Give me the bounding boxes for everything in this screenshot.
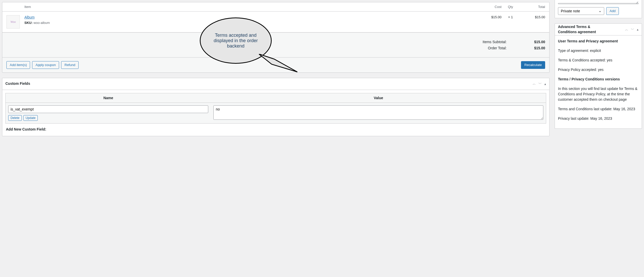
col-cost: Cost: [478, 5, 501, 9]
cf-name-input[interactable]: [8, 105, 208, 113]
product-link[interactable]: Album: [24, 15, 35, 19]
order-items-head: Item Cost Qty Total: [2, 2, 549, 12]
versions-desc: In this section you will find last updat…: [558, 86, 639, 102]
sku-label: SKU:: [24, 21, 33, 25]
item-total: $15.00: [519, 15, 545, 19]
cf-delete-button[interactable]: Delete: [8, 115, 22, 121]
item-cost: $15.00: [478, 15, 501, 19]
cf-col-name: Name: [6, 93, 211, 103]
sku-value: woo-album: [33, 21, 50, 25]
tc-accepted-value: yes: [607, 58, 612, 62]
subtotal-label: Items Subtotal:: [483, 40, 507, 44]
svg-marker-0: [259, 54, 297, 72]
terms-panel-title: Advanced Terms & Conditions agreement: [558, 24, 609, 34]
apply-coupon-button[interactable]: Apply coupon: [32, 61, 59, 69]
pp-update-value: May 16, 2023: [590, 116, 612, 121]
tc-accepted-label: Terms & Conditions accepted:: [558, 58, 607, 62]
ordertotal-value: $15.00: [522, 46, 545, 50]
add-custom-field-heading: Add New Custom Field:: [5, 124, 546, 133]
toggle-icon[interactable]: ▴: [637, 27, 639, 31]
product-thumb[interactable]: Woo: [6, 15, 20, 29]
note-textarea[interactable]: [558, 3, 639, 4]
col-item: Item: [24, 5, 478, 9]
annotation-tail: [259, 54, 300, 75]
custom-fields-table: Name Value Delete Update: [5, 93, 546, 124]
cf-col-value: Value: [211, 93, 546, 103]
ordertotal-label: Order Total:: [488, 46, 507, 50]
terms-heading: User Terms and Privacy agreement: [558, 39, 618, 43]
col-total: Total: [519, 5, 545, 9]
cf-row: Delete Update: [6, 103, 546, 123]
cf-update-button[interactable]: Update: [23, 115, 38, 121]
move-up-icon[interactable]: ︿: [625, 27, 628, 32]
move-down-icon[interactable]: ﹀: [538, 81, 542, 86]
recalculate-button[interactable]: Recalculate: [521, 61, 545, 69]
add-item-button[interactable]: Add item(s): [6, 61, 30, 69]
item-qty: × 1: [501, 15, 519, 19]
add-note-button[interactable]: Add: [606, 7, 619, 15]
cf-value-textarea[interactable]: [213, 105, 543, 120]
col-qty: Qty: [501, 5, 519, 9]
agreement-type-label: Type of agreement:: [558, 49, 590, 53]
tc-update-label: Terms and Conditions last update:: [558, 107, 613, 111]
order-totals: Items Subtotal: $15.00 Order Total: $15.…: [2, 32, 549, 57]
pp-update-label: Privacy last update:: [558, 116, 590, 121]
order-notes-panel: Private note Add: [555, 0, 642, 18]
agreement-type-value: explicit: [590, 49, 601, 53]
move-down-icon[interactable]: ﹀: [631, 27, 634, 32]
product-thumb-image: Woo: [6, 15, 20, 29]
custom-fields-panel: Custom Fields ︿ ﹀ ▴ Name Value: [2, 78, 550, 136]
order-item-row: Woo Album SKU: woo-album $15.00 × 1 $15.…: [2, 12, 549, 32]
pp-accepted-label: Privacy Policy accepted:: [558, 68, 598, 72]
subtotal-value: $15.00: [522, 40, 545, 44]
versions-heading: Terms / Privacy Conditions versions: [558, 77, 620, 81]
pp-accepted-value: yes: [598, 68, 604, 72]
toggle-icon[interactable]: ▴: [544, 82, 546, 86]
move-up-icon[interactable]: ︿: [533, 81, 536, 86]
tc-update-value: May 16, 2023: [613, 107, 635, 111]
terms-panel: Advanced Terms & Conditions agreement ︿ …: [555, 23, 642, 129]
refund-button[interactable]: Refund: [61, 61, 79, 69]
custom-fields-title: Custom Fields: [5, 81, 30, 86]
note-type-select[interactable]: Private note: [558, 7, 604, 15]
annotation-text: Terms accepted and displayed in the orde…: [206, 33, 266, 49]
